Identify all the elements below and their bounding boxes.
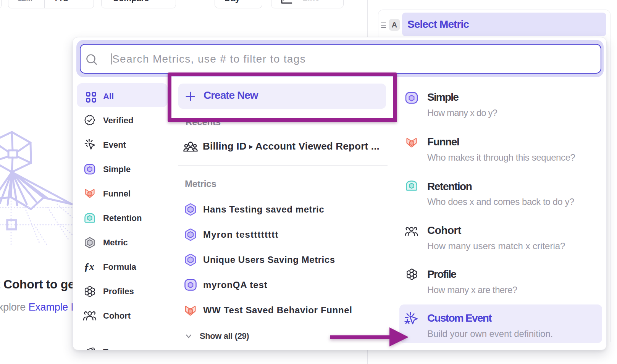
svg-text:ƒx: ƒx: [84, 261, 94, 272]
